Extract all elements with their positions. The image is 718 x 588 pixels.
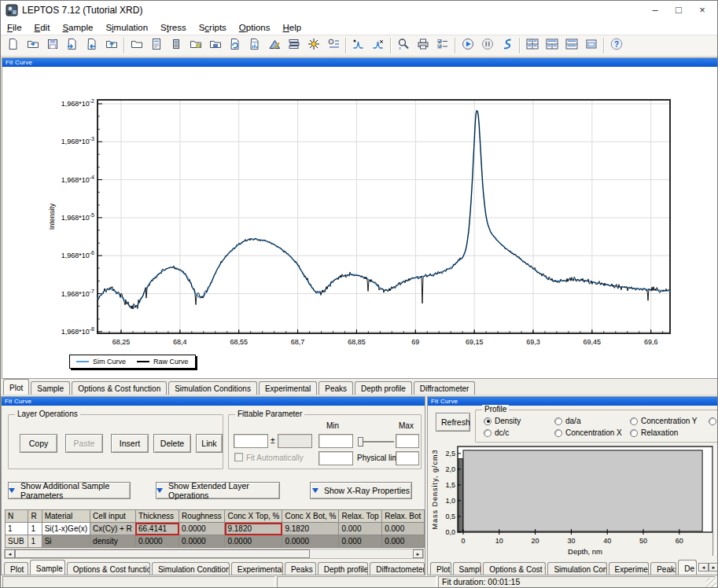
toolbar-doc-refresh-button[interactable] <box>225 36 245 55</box>
tab-diffractometer[interactable]: Diffractometer <box>414 381 476 395</box>
toolbar-folder-eq-button[interactable] <box>205 36 225 55</box>
tab-sample[interactable]: Sample <box>30 560 65 575</box>
copy-button[interactable]: Copy <box>20 434 57 453</box>
table-cell[interactable]: 0.000 <box>339 535 382 548</box>
table-cell[interactable]: 0.0000 <box>282 535 339 548</box>
tab-options-cost-function[interactable]: Options & Cost function <box>72 381 167 395</box>
menu-item-simulation[interactable]: Simulation <box>99 21 154 34</box>
profile-option-dc-c[interactable]: dc/c <box>484 428 509 437</box>
profile-option-m[interactable]: M <box>709 417 718 425</box>
toolbar-document-button[interactable] <box>146 36 166 55</box>
tab-scroll-left[interactable]: ◄ <box>698 563 709 571</box>
parameter-slider[interactable] <box>358 441 394 443</box>
toolbar-save-import-button[interactable] <box>62 36 82 55</box>
table-header[interactable]: Thickness <box>135 510 179 523</box>
menu-item-scripts[interactable]: Scripts <box>193 21 233 34</box>
max-input[interactable] <box>396 434 419 448</box>
toolbar-curve-edit-button[interactable] <box>348 36 368 55</box>
show-additional-sample-parameters-button[interactable]: Show Additional Sample Parameters <box>8 482 131 499</box>
scroll-right-arrow[interactable]: ► <box>413 549 423 558</box>
table-header[interactable]: R <box>28 510 42 523</box>
toolbar-tile-quad-button[interactable] <box>522 36 542 55</box>
limit-low-input[interactable] <box>318 451 353 465</box>
insert-button[interactable]: Insert <box>111 434 149 453</box>
tab-options-cost-function[interactable]: Options & Cost function <box>67 562 150 575</box>
table-cell[interactable]: 0.0000 <box>225 535 282 548</box>
table-cell[interactable]: Cx(Cy) + R <box>90 523 136 535</box>
tab-experimental[interactable]: Experimental <box>231 562 283 575</box>
tab-plot[interactable]: Plot <box>430 562 451 575</box>
toolbar-save-export-button[interactable] <box>82 36 101 55</box>
table-cell[interactable]: Si <box>42 535 90 548</box>
delete-button[interactable]: Delete <box>153 434 191 453</box>
paste-button[interactable]: Paste <box>65 434 103 453</box>
table-header[interactable]: Relax. Bot <box>382 510 425 523</box>
limit-high-input[interactable] <box>396 451 419 465</box>
parameter-value-input[interactable] <box>234 434 268 448</box>
tab-depth-profile[interactable]: Depth profile <box>318 562 369 575</box>
tab-experimental[interactable]: Experimental <box>609 562 650 575</box>
menu-item-help[interactable]: Help <box>276 21 307 34</box>
toolbar-tile-small-button[interactable] <box>581 36 601 55</box>
table-header[interactable]: Conc X Top, % <box>225 510 282 523</box>
scroll-left-arrow[interactable]: ◄ <box>5 549 15 558</box>
tab-plot[interactable]: Plot <box>4 562 28 575</box>
fit-automatically-checkbox[interactable] <box>234 453 243 461</box>
tab-experimental[interactable]: Experimental <box>259 381 317 395</box>
table-cell[interactable]: 1 <box>6 523 28 535</box>
table-cell[interactable]: 66.4141 <box>135 523 179 535</box>
table-cell[interactable]: 9.1820 <box>225 523 282 535</box>
tab-options-cost-function[interactable]: Options & Cost function <box>483 562 546 575</box>
toolbar-checklist-button[interactable] <box>433 36 452 55</box>
show-x-ray-properties-button[interactable]: Show X-Ray Properties <box>310 482 412 499</box>
tab-diffractometer[interactable]: Diffractometer <box>370 562 425 575</box>
toolbar-folder-button[interactable] <box>127 36 146 55</box>
table-cell[interactable]: 0.0000 <box>179 523 225 535</box>
maximize-button[interactable]: □ <box>667 2 690 19</box>
toolbar-layers-button[interactable] <box>284 36 304 55</box>
toolbar-new-button[interactable] <box>3 36 23 55</box>
toolbar-wizard-button[interactable] <box>264 36 284 55</box>
table-horizontal-scrollbar[interactable]: ◄ ► <box>4 549 424 559</box>
tab-simulation-conditions[interactable]: Simulation Conditions <box>547 562 606 575</box>
menu-item-edit[interactable]: Edit <box>28 21 57 34</box>
profile-option-concentration-y[interactable]: Concentration Y <box>630 417 698 425</box>
toolbar-hkl-button[interactable]: hkl <box>245 36 264 55</box>
scrollbar-thumb[interactable] <box>15 549 310 558</box>
toolbar-tile-wide-button[interactable] <box>542 36 562 55</box>
table-cell[interactable]: 0.000 <box>382 523 425 535</box>
toolbar-print-button[interactable] <box>413 36 433 55</box>
table-cell[interactable]: 1 <box>28 523 42 535</box>
profile-option-da-a[interactable]: da/a <box>554 417 580 425</box>
toolbar-burst-button[interactable] <box>304 36 323 55</box>
toolbar-play-button[interactable] <box>458 36 477 55</box>
table-header[interactable]: N <box>6 510 28 523</box>
toolbar-save-button[interactable] <box>42 36 62 55</box>
toolbar-zoom-x-button[interactable]: x <box>393 36 413 55</box>
tab-simulation-conditions[interactable]: Simulation Conditions <box>168 381 257 395</box>
tab-peaks[interactable]: Peaks <box>650 562 676 575</box>
toolbar-gear-list-button[interactable] <box>323 36 343 55</box>
tab-peaks[interactable]: Peaks <box>285 562 316 575</box>
tab-sample[interactable]: Sample <box>31 381 70 395</box>
slider-thumb[interactable] <box>358 437 363 447</box>
menu-item-file[interactable]: File <box>1 21 28 34</box>
toolbar-help-button[interactable]: ? <box>606 36 626 55</box>
table-cell[interactable]: Si(1-x)Ge(x) <box>42 523 90 535</box>
menu-item-options[interactable]: Options <box>233 21 277 34</box>
profile-option-density[interactable]: Density <box>484 417 521 425</box>
refresh-button[interactable]: Refresh <box>436 413 470 432</box>
table-cell[interactable]: 0.000 <box>339 523 382 535</box>
scrollbar-track[interactable] <box>310 549 413 558</box>
tab-simulation-conditions[interactable]: Simulation Conditions <box>152 562 230 575</box>
table-cell[interactable]: SUB <box>6 535 28 548</box>
min-input[interactable] <box>318 434 353 448</box>
table-cell[interactable]: density <box>90 535 136 548</box>
menu-item-stress[interactable]: Stress <box>154 21 193 34</box>
toolbar-device-button[interactable] <box>166 36 186 55</box>
close-button[interactable]: × <box>690 2 714 19</box>
tab-scroll-right[interactable]: ► <box>709 563 718 571</box>
toolbar-open-button[interactable] <box>23 36 42 55</box>
tab-depth-profile[interactable]: Depth profile <box>355 381 412 395</box>
tab-sample[interactable]: Sample <box>453 562 482 575</box>
